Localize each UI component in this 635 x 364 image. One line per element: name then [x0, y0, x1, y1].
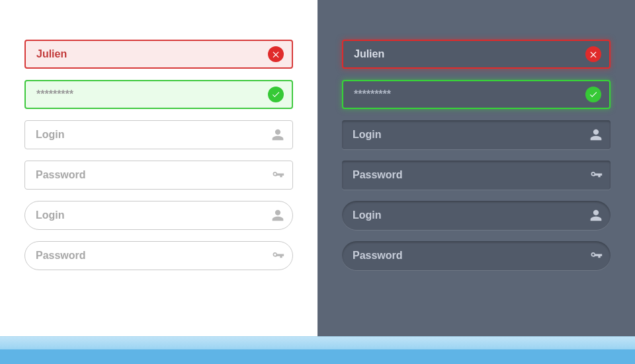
username-field-error[interactable]	[24, 40, 293, 69]
key-icon	[589, 249, 603, 262]
password-field-rect[interactable]	[342, 161, 611, 190]
login-input-round[interactable]	[36, 209, 282, 221]
dark-panel	[318, 0, 635, 336]
success-icon	[585, 87, 601, 102]
error-icon	[585, 46, 601, 62]
password-field-round[interactable]	[342, 241, 611, 270]
password-input-rect[interactable]	[36, 169, 282, 181]
password-input-success[interactable]	[354, 89, 599, 100]
user-icon	[589, 128, 603, 141]
password-input-round[interactable]	[353, 250, 600, 262]
username-input-error[interactable]	[36, 48, 281, 60]
username-input-error[interactable]	[354, 48, 599, 60]
key-icon	[271, 168, 284, 182]
footer-bar	[0, 336, 635, 364]
login-field-round[interactable]	[342, 201, 611, 230]
user-icon	[589, 209, 603, 222]
light-panel	[0, 0, 318, 336]
login-field-rect[interactable]	[24, 120, 293, 149]
login-input-rect[interactable]	[353, 129, 600, 141]
password-field-round[interactable]	[24, 241, 293, 270]
login-input-round[interactable]	[353, 209, 600, 221]
password-input-rect[interactable]	[353, 169, 600, 181]
user-icon	[271, 128, 284, 141]
login-field-round[interactable]	[24, 201, 293, 230]
password-field-rect[interactable]	[24, 161, 293, 190]
success-icon	[268, 87, 284, 102]
error-icon	[268, 46, 284, 62]
login-input-rect[interactable]	[36, 129, 282, 141]
key-icon	[589, 168, 603, 182]
user-icon	[271, 209, 284, 222]
password-field-success[interactable]	[342, 80, 611, 109]
key-icon	[271, 249, 284, 262]
password-field-success[interactable]	[24, 80, 293, 109]
login-field-rect[interactable]	[342, 120, 611, 149]
password-input-round[interactable]	[36, 250, 282, 262]
password-input-success[interactable]	[36, 89, 281, 100]
username-field-error[interactable]	[342, 40, 611, 69]
